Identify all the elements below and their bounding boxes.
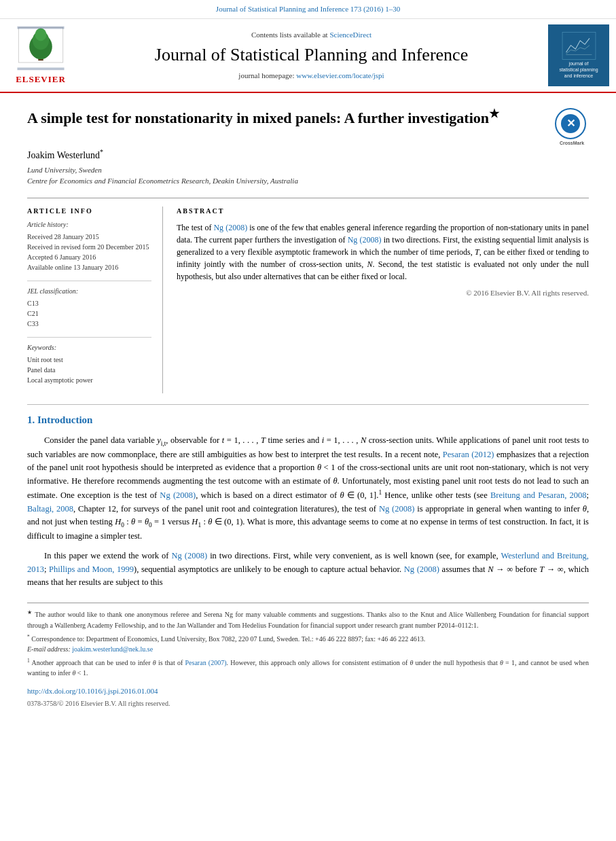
keyword-2: Panel data xyxy=(27,365,151,375)
doi-line: http://dx.doi.org/10.1016/j.jspi.2016.01… xyxy=(27,685,589,697)
history-line-0: Received 28 January 2015 xyxy=(27,232,151,242)
ng2008-link-3[interactable]: Ng (2008) xyxy=(172,551,208,560)
jel-block: JEL classification: C13 C21 C33 xyxy=(27,287,151,329)
intro-para-1: Consider the panel data variable yi,t, o… xyxy=(27,434,589,543)
abstract-panel: ABSTRACT The test of Ng (2008) is one of… xyxy=(177,207,589,393)
jel-c33: C33 xyxy=(27,319,151,329)
email-link[interactable]: joakim.westerlund@nek.lu.se xyxy=(72,645,153,653)
keyword-3: Local asymptotic power xyxy=(27,375,151,385)
pesaran2007-link[interactable]: Pesaran (2007) xyxy=(185,659,227,666)
footnote-asterisk: * Correspondence to: Department of Econo… xyxy=(27,633,589,654)
jel-c21: C21 xyxy=(27,308,151,319)
author-name: Joakim Westerlund* xyxy=(27,147,589,162)
sciencedirect-link[interactable]: ScienceDirect xyxy=(329,31,372,39)
section-1-heading: 1. Introduction xyxy=(27,413,589,427)
info-divider-2 xyxy=(27,337,151,338)
jel-label: JEL classification: xyxy=(27,287,151,296)
history-label: Article history: xyxy=(27,220,151,230)
affiliation-1: Lund University, Sweden xyxy=(27,164,589,176)
svg-rect-5 xyxy=(17,26,64,29)
history-line-2: Accepted 6 January 2016 xyxy=(27,252,151,262)
journal-cover-image: journal ofstatistical planningand infere… xyxy=(551,31,606,79)
copyright-text: © 2016 Elsevier B.V. All rights reserved… xyxy=(177,288,589,298)
elsevier-logo-left: ELSEVIER xyxy=(7,24,75,86)
intro-para-2: In this paper we extend the work of Ng (… xyxy=(27,550,589,589)
affiliation: Lund University, Sweden Centre for Econo… xyxy=(27,164,589,187)
paper-title: A simple test for nonstationarity in mix… xyxy=(27,107,548,128)
footnote-area: ★ The author would like to thank one ano… xyxy=(27,603,589,708)
ng2008-link-4[interactable]: Ng (2008) xyxy=(404,565,439,574)
keywords-block: Keywords: Unit root test Panel data Loca… xyxy=(27,343,151,385)
section-divider xyxy=(27,404,589,405)
affiliation-2: Centre for Economics and Financial Econo… xyxy=(27,175,589,187)
ng2008-link-abstract-2[interactable]: Ng (2008) xyxy=(348,235,382,245)
title-star: ★ xyxy=(489,107,499,120)
paper-title-area: A simple test for nonstationarity in mix… xyxy=(27,107,589,142)
svg-rect-7 xyxy=(561,31,596,60)
journal-title: Journal of Statistical Planning and Infe… xyxy=(155,43,468,67)
journal-citation-text: Journal of Statistical Planning and Infe… xyxy=(216,5,400,13)
history-line-3: Available online 13 January 2016 xyxy=(27,262,151,272)
article-info-title: ARTICLE INFO xyxy=(27,207,151,216)
article-history-block: Article history: Received 28 January 201… xyxy=(27,220,151,272)
footnote-star: ★ The author would like to thank one ano… xyxy=(27,609,589,630)
ng2008-link-1[interactable]: Ng (2008) xyxy=(160,490,196,500)
issn-line: 0378-3758/© 2016 Elsevier B.V. All right… xyxy=(27,699,589,709)
footnote-1: 1 Another approach that can be used to i… xyxy=(27,657,589,678)
keywords-label: Keywords: xyxy=(27,343,151,353)
right-logo-text: journal ofstatistical planningand infere… xyxy=(559,60,598,79)
svg-rect-6 xyxy=(17,68,64,71)
keyword-1: Unit root test xyxy=(27,355,151,365)
svg-point-4 xyxy=(35,29,47,41)
abstract-text: The test of Ng (2008) is one of the few … xyxy=(177,221,589,283)
phillips-moon-link[interactable]: Phillips and Moon, 1999 xyxy=(49,565,134,574)
contents-line: Contents lists available at ScienceDirec… xyxy=(251,30,372,40)
journal-header: ELSEVIER Contents lists available at Sci… xyxy=(0,19,616,92)
main-content: A simple test for nonstationarity in mix… xyxy=(0,93,616,722)
crossmark-badge[interactable]: ✕ CrossMark xyxy=(555,108,589,142)
pesaran2012-link[interactable]: Pesaran (2012) xyxy=(443,450,494,459)
info-divider-1 xyxy=(27,281,151,281)
journal-center-info: Contents lists available at ScienceDirec… xyxy=(81,24,541,86)
jel-c13: C13 xyxy=(27,298,151,308)
crossmark-label: CrossMark xyxy=(555,140,589,146)
homepage-line: journal homepage: www.elsevier.com/locat… xyxy=(238,71,384,81)
doi-link[interactable]: http://dx.doi.org/10.1016/j.jspi.2016.01… xyxy=(27,687,158,695)
breitung-pesaran-link[interactable]: Breitung and Pesaran, 2008 xyxy=(490,490,587,500)
author-star: * xyxy=(100,148,103,156)
journal-homepage-link[interactable]: www.elsevier.com/locate/jspi xyxy=(296,71,384,79)
baltagi2008-link[interactable]: Baltagi, 2008 xyxy=(27,504,73,514)
journal-logo-right: journal ofstatistical planningand infere… xyxy=(548,24,609,86)
article-info-panel: ARTICLE INFO Article history: Received 2… xyxy=(27,207,163,393)
elsevier-wordmark: ELSEVIER xyxy=(16,73,66,86)
abstract-title: ABSTRACT xyxy=(177,207,589,216)
ng2008-link-abstract[interactable]: Ng (2008) xyxy=(213,223,247,232)
journal-citation-banner: Journal of Statistical Planning and Infe… xyxy=(0,0,616,19)
history-line-1: Received in revised form 20 December 201… xyxy=(27,242,151,252)
crossmark-icon: ✕ xyxy=(566,118,575,129)
info-abstract-section: ARTICLE INFO Article history: Received 2… xyxy=(27,198,589,393)
ng2008-link-2[interactable]: Ng (2008) xyxy=(379,504,414,514)
